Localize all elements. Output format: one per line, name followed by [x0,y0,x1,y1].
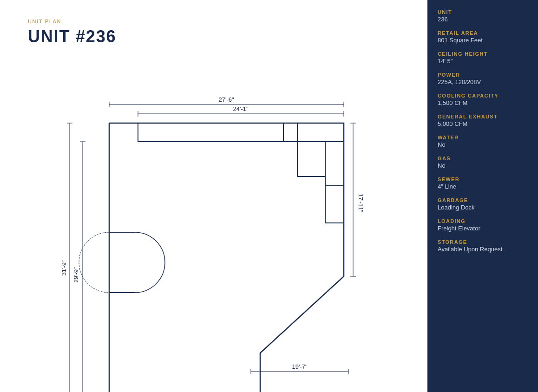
spec-item: STORAGEAvailable Upon Request [438,239,528,253]
spec-label: GARBAGE [438,197,528,203]
spec-value: 801 Square Feet [438,37,528,44]
sidebar: UNIT236RETAIL AREA801 Square FeetCEILING… [427,0,538,392]
spec-label: GAS [438,156,528,161]
spec-value: Freight Elevator [438,225,528,232]
spec-item: RETAIL AREA801 Square Feet [438,30,528,44]
dim-bottom-diag: 19'-7" [292,363,308,370]
spec-item: CEILING HEIGHT14' 5" [438,51,528,65]
dim-top-outer: 27'-6" [218,96,234,103]
spec-value: 4" Line [438,183,528,190]
spec-label: COOLING CAPACITY [438,93,528,98]
spec-label: LOADING [438,218,528,224]
dim-top-inner: 24'-1" [233,105,249,112]
spec-label: STORAGE [438,239,528,245]
spec-item: GENERAL EXHAUST5,000 CFM [438,114,528,127]
dim-left-inner: 29'-9" [72,267,79,283]
main-content: UNIT PLAN UNIT #236 27'-6" 24'-1" 31'-9"… [0,0,427,392]
spec-value: 236 [438,16,528,23]
specs-container: UNIT236RETAIL AREA801 Square FeetCEILING… [438,9,528,253]
spec-label: RETAIL AREA [438,30,528,36]
floor-plan-container: 27'-6" 24'-1" 31'-9" 29'-9" 17'-11" [28,60,409,373]
spec-item: GASNo [438,156,528,169]
unit-title: UNIT #236 [28,27,409,46]
unit-plan-label: UNIT PLAN [28,19,409,24]
spec-value: 5,000 CFM [438,120,528,127]
spec-label: UNIT [438,9,528,15]
spec-item: COOLING CAPACITY1,500 CFM [438,93,528,106]
spec-label: POWER [438,72,528,78]
spec-label: GENERAL EXHAUST [438,114,528,119]
dim-left: 31'-9" [60,260,67,276]
spec-item: SEWER4" Line [438,176,528,190]
floor-plan-svg: 27'-6" 24'-1" 31'-9" 29'-9" 17'-11" [28,60,381,392]
spec-item: LOADINGFreight Elevator [438,218,528,232]
spec-value: Available Upon Request [438,246,528,253]
spec-label: CEILING HEIGHT [438,51,528,57]
spec-item: WATERNo [438,135,528,148]
dim-right: 17'-11" [357,194,364,213]
spec-label: WATER [438,135,528,140]
spec-value: 14' 5" [438,58,528,65]
spec-value: 225A, 120/208V [438,78,528,85]
spec-label: SEWER [438,176,528,182]
spec-item: POWER225A, 120/208V [438,72,528,85]
spec-item: UNIT236 [438,9,528,23]
spec-value: 1,500 CFM [438,99,528,106]
spec-item: GARBAGELoading Dock [438,197,528,211]
spec-value: No [438,162,528,169]
spec-value: Loading Dock [438,204,528,211]
spec-value: No [438,141,528,148]
